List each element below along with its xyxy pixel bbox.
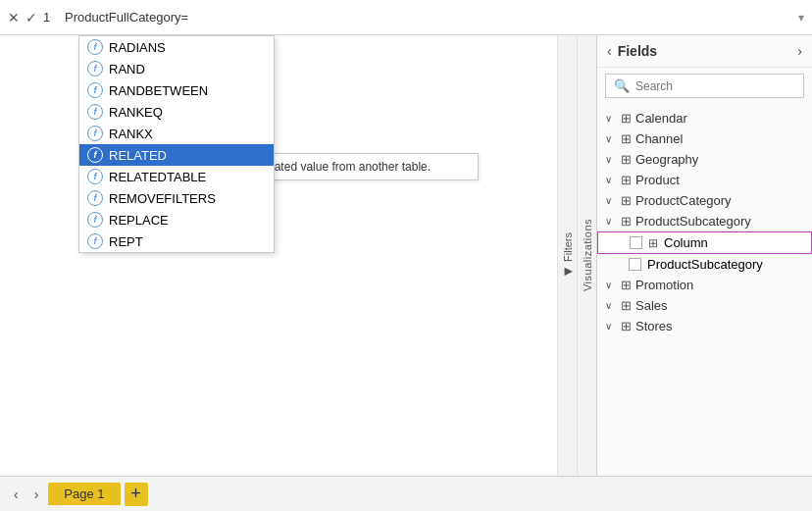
field-group-productsubcategory: ∨⊞ProductSubcategory⊞ColumnProductSubcat…	[597, 211, 812, 275]
autocomplete-item-label: RELATEDTABLE	[109, 170, 206, 184]
autocomplete-item-randbetween[interactable]: fRANDBETWEEN	[79, 79, 274, 101]
fields-search-input[interactable]	[635, 79, 795, 93]
func-icon: f	[87, 104, 103, 120]
add-page-button[interactable]: +	[125, 483, 148, 506]
close-icon[interactable]: ✕	[8, 10, 20, 26]
autocomplete-item-label: RANDBETWEEN	[109, 83, 208, 98]
field-group-header-promotion[interactable]: ∨⊞Promotion	[597, 275, 812, 295]
autocomplete-item-label: RELATED	[109, 148, 167, 163]
field-group-product: ∨⊞Product	[597, 170, 812, 190]
table-icon: ⊞	[621, 319, 632, 333]
field-group-name: Calendar	[635, 111, 687, 126]
autocomplete-list: fRADIANSfRANDfRANDBETWEENfRANKEQfRANKXfR…	[79, 36, 274, 252]
fields-panel: ‹ Fields › 🔍 ∨⊞Calendar∨⊞Channel∨⊞Geogra…	[596, 35, 812, 476]
page-prev-icon[interactable]: ‹	[8, 485, 25, 504]
viz-strip[interactable]: Visualizations	[577, 35, 596, 476]
field-group-productcategory: ∨⊞ProductCategory	[597, 190, 812, 211]
autocomplete-item-replace[interactable]: fREPLACE	[79, 209, 274, 230]
func-icon: f	[87, 212, 103, 228]
field-item-column[interactable]: ⊞Column	[597, 231, 812, 254]
table-icon: ⊞	[621, 173, 632, 187]
field-group-header-stores[interactable]: ∨⊞Stores	[597, 316, 812, 336]
chevron-icon: ∨	[605, 300, 617, 311]
func-icon: f	[87, 126, 103, 141]
func-icon: f	[87, 147, 103, 163]
chevron-icon: ∨	[605, 113, 617, 124]
chevron-icon: ∨	[605, 175, 617, 185]
field-checkbox[interactable]	[629, 258, 641, 271]
field-group-sales: ∨⊞Sales	[597, 295, 812, 316]
table-icon: ⊞	[621, 111, 632, 126]
field-group-header-sales[interactable]: ∨⊞Sales	[597, 295, 812, 316]
table-icon: ⊞	[621, 214, 632, 229]
field-group-name: Promotion	[635, 278, 693, 292]
line-number: 1	[43, 10, 59, 25]
fields-search-box[interactable]: 🔍	[605, 74, 804, 98]
field-group-name: Geography	[635, 152, 698, 167]
page-bar: ‹ › Page 1 +	[0, 476, 812, 511]
fields-collapse-icon[interactable]: ‹	[607, 43, 612, 59]
filter-strip-label: ◀ Filters	[561, 232, 574, 279]
field-group-promotion: ∨⊞Promotion	[597, 275, 812, 295]
field-checkbox[interactable]	[630, 236, 642, 249]
field-group-calendar: ∨⊞Calendar	[597, 108, 812, 128]
field-group-stores: ∨⊞Stores	[597, 316, 812, 336]
autocomplete-item-label: REMOVEFILTERS	[109, 191, 216, 206]
search-icon: 🔍	[614, 78, 630, 93]
chevron-icon: ∨	[605, 133, 617, 144]
autocomplete-item-rankx[interactable]: fRANKX	[79, 123, 274, 144]
fields-header: ‹ Fields ›	[597, 35, 812, 68]
autocomplete-item-label: RANKX	[109, 127, 153, 141]
field-group-name: Sales	[635, 298, 668, 313]
field-group-name: Channel	[635, 131, 683, 146]
check-icon[interactable]: ✓	[25, 10, 37, 26]
expand-icon[interactable]: ▾	[798, 11, 804, 25]
fields-list: ∨⊞Calendar∨⊞Channel∨⊞Geography∨⊞Product∨…	[597, 104, 812, 476]
table-icon: ⊞	[621, 193, 632, 208]
page-next-icon[interactable]: ›	[28, 485, 45, 504]
page-1-tab[interactable]: Page 1	[48, 483, 120, 505]
field-group-header-calendar[interactable]: ∨⊞Calendar	[597, 108, 812, 128]
autocomplete-item-related[interactable]: fRELATED	[79, 144, 274, 166]
formula-input[interactable]	[65, 10, 792, 25]
field-group-header-productsubcategory[interactable]: ∨⊞ProductSubcategory	[597, 211, 812, 231]
autocomplete-item-relatedtable[interactable]: fRELATEDTABLE	[79, 166, 274, 187]
func-icon: f	[87, 169, 103, 184]
field-group-header-product[interactable]: ∨⊞Product	[597, 170, 812, 190]
func-icon: f	[87, 233, 103, 249]
table-icon: ⊞	[621, 131, 632, 146]
field-item-label: Column	[664, 235, 708, 250]
autocomplete-item-label: RAND	[109, 62, 145, 77]
filter-strip[interactable]: ◀ Filters	[557, 35, 577, 476]
autocomplete-item-label: RADIANS	[109, 40, 166, 55]
field-group-header-geography[interactable]: ∨⊞Geography	[597, 149, 812, 170]
fields-title: Fields	[618, 43, 798, 59]
table-icon: ⊞	[621, 298, 632, 313]
field-group-channel: ∨⊞Channel	[597, 128, 812, 149]
field-group-name: Product	[635, 173, 680, 187]
chevron-icon: ∨	[605, 280, 617, 290]
chevron-icon: ∨	[605, 195, 617, 206]
viz-strip-label: Visualizations	[582, 219, 593, 291]
field-group-name: Stores	[635, 319, 673, 333]
autocomplete-item-rankeq[interactable]: fRANKEQ	[79, 101, 274, 123]
autocomplete-item-rept[interactable]: fREPT	[79, 230, 274, 252]
fields-expand-icon[interactable]: ›	[797, 43, 802, 59]
field-group-header-channel[interactable]: ∨⊞Channel	[597, 128, 812, 149]
func-icon: f	[87, 82, 103, 98]
field-group-header-productcategory[interactable]: ∨⊞ProductCategory	[597, 190, 812, 211]
autocomplete-item-radians[interactable]: fRADIANS	[79, 36, 274, 58]
formula-bar: ✕ ✓ 1 ▾	[0, 0, 812, 35]
main-area: fRADIANSfRANDfRANDBETWEENfRANKEQfRANKXfR…	[0, 35, 812, 476]
autocomplete-item-rand[interactable]: fRAND	[79, 58, 274, 79]
field-item-productsubcategory[interactable]: ProductSubcategory	[597, 254, 812, 275]
func-icon: f	[87, 61, 103, 77]
field-group-name: ProductCategory	[635, 193, 732, 208]
table-icon: ⊞	[621, 152, 632, 167]
func-icon: f	[87, 190, 103, 206]
field-item-table-icon: ⊞	[648, 236, 658, 250]
autocomplete-item-label: REPT	[109, 234, 143, 249]
autocomplete-dropdown: fRADIANSfRANDfRANDBETWEENfRANKEQfRANKXfR…	[78, 35, 275, 253]
autocomplete-item-removefilters[interactable]: fREMOVEFILTERS	[79, 187, 274, 209]
autocomplete-item-label: RANKEQ	[109, 105, 163, 120]
